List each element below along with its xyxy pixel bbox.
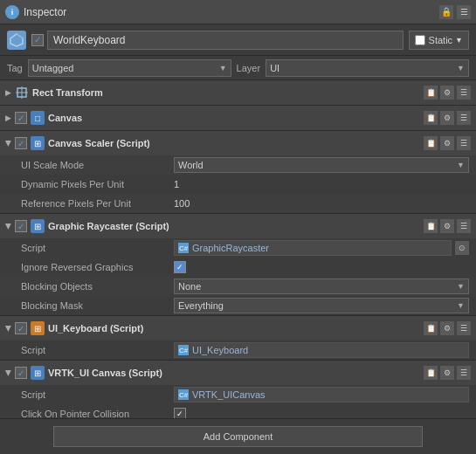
canvas-ref-btn[interactable]: 📋 — [424, 111, 438, 125]
static-button[interactable]: Static ▼ — [409, 31, 469, 50]
ui-keyboard-script-icon: C# — [178, 345, 189, 355]
vrtk-menu-btn[interactable]: ☰ — [457, 366, 471, 380]
rect-transform-menu-btn[interactable]: ☰ — [457, 86, 471, 100]
vrtk-settings-btn[interactable]: ⚙ — [440, 366, 454, 380]
graphic-raycaster-expand: ▶ — [4, 224, 13, 230]
graphic-raycaster-icon: ⊞ — [31, 219, 45, 233]
reference-pixels-value: 100 — [174, 198, 469, 209]
ui-keyboard-script-label: Script — [21, 345, 174, 355]
ignore-reversed-checkbox[interactable] — [174, 261, 186, 273]
ui-keyboard-settings-btn[interactable]: ⚙ — [440, 321, 454, 335]
ui-scale-mode-dropdown[interactable]: World ▼ — [174, 157, 469, 173]
object-3d-icon — [7, 31, 26, 50]
graphic-raycaster-title: Graphic Raycaster (Script) — [48, 221, 424, 231]
vrtk-expand: ▶ — [4, 370, 13, 376]
canvas-scaler-actions: 📋 ⚙ ☰ — [424, 136, 471, 150]
canvas-component: ▶ □ Canvas 📋 ⚙ ☰ — [0, 106, 476, 131]
ui-keyboard-icon: ⊞ — [31, 321, 45, 335]
vrtk-ref-btn[interactable]: 📋 — [424, 366, 438, 380]
ui-keyboard-script-row: Script C# UI_Keyboard — [0, 340, 476, 360]
ui-scale-mode-row: UI Scale Mode World ▼ — [0, 155, 476, 175]
ui-keyboard-ref-btn[interactable]: 📋 — [424, 321, 438, 335]
vrtk-header[interactable]: ▶ ⊞ VRTK_UI Canvas (Script) 📋 ⚙ ☰ — [0, 361, 476, 385]
layer-dropdown[interactable]: UI ▼ — [266, 59, 469, 77]
vrtk-title: VRTK_UI Canvas (Script) — [48, 368, 424, 378]
rect-transform-component: ▶ Rect Transform 📋 ⚙ ☰ — [0, 80, 476, 106]
rect-transform-actions: 📋 ⚙ ☰ — [424, 86, 471, 100]
vrtk-checkbox[interactable] — [15, 367, 27, 379]
canvas-scaler-settings-btn[interactable]: ⚙ — [440, 136, 454, 150]
ui-keyboard-script-value[interactable]: C# UI_Keyboard — [174, 342, 469, 358]
blocking-objects-row: Blocking Objects None ▼ — [0, 277, 476, 296]
canvas-scaler-ref-btn[interactable]: 📋 — [424, 136, 438, 150]
vrtk-icon: ⊞ — [31, 366, 45, 380]
canvas-scaler-title: Canvas Scaler (Script) — [48, 138, 424, 148]
canvas-settings-btn[interactable]: ⚙ — [440, 111, 454, 125]
graphic-raycaster-ref-btn[interactable]: 📋 — [424, 219, 438, 233]
reference-pixels-row: Reference Pixels Per Unit 100 — [0, 194, 476, 213]
ui-keyboard-checkbox[interactable] — [15, 322, 27, 334]
ui-scale-mode-arrow: ▼ — [457, 161, 465, 169]
object-header: Static ▼ — [0, 24, 476, 56]
add-component-button[interactable]: Add Component — [53, 426, 423, 447]
vrtk-script-value[interactable]: C# VRTK_UICanvas — [174, 387, 469, 402]
dynamic-pixels-label: Dynamic Pixels Per Unit — [21, 179, 174, 189]
graphic-raycaster-settings-btn[interactable]: ⚙ — [440, 219, 454, 233]
blocking-mask-row: Blocking Mask Everything ▼ — [0, 296, 476, 315]
tag-dropdown-arrow: ▼ — [219, 64, 227, 72]
ui-keyboard-menu-btn[interactable]: ☰ — [457, 321, 471, 335]
inspector-window: i Inspector 🔒 ☰ Static ▼ Tag Untagged ▼ … — [0, 0, 476, 454]
title-bar-label: Inspector — [24, 6, 66, 18]
canvas-scaler-checkbox[interactable] — [15, 137, 27, 149]
title-bar: i Inspector 🔒 ☰ — [0, 0, 476, 24]
graphic-raycaster-script-row: Script C# GraphicRaycaster ⊙ — [0, 238, 476, 258]
canvas-scaler-component: ▶ ⊞ Canvas Scaler (Script) 📋 ⚙ ☰ UI Scal… — [0, 131, 476, 214]
graphic-raycaster-script-value[interactable]: C# GraphicRaycaster — [174, 240, 452, 256]
graphic-raycaster-script-label: Script — [21, 243, 174, 253]
graphic-raycaster-component: ▶ ⊞ Graphic Raycaster (Script) 📋 ⚙ ☰ Scr… — [0, 214, 476, 316]
vrtk-actions: 📋 ⚙ ☰ — [424, 366, 471, 380]
reference-pixels-label: Reference Pixels Per Unit — [21, 198, 174, 209]
graphic-raycaster-menu-btn[interactable]: ☰ — [457, 219, 471, 233]
canvas-scaler-header[interactable]: ▶ ⊞ Canvas Scaler (Script) 📋 ⚙ ☰ — [0, 131, 476, 155]
vrtk-script-label: Script — [21, 389, 174, 400]
canvas-menu-btn[interactable]: ☰ — [457, 111, 471, 125]
canvas-icon: □ — [31, 111, 45, 125]
layer-dropdown-arrow: ▼ — [457, 64, 465, 72]
canvas-actions: 📋 ⚙ ☰ — [424, 111, 471, 125]
add-component-bar: Add Component — [0, 418, 476, 454]
ui-keyboard-title: UI_Keyboard (Script) — [48, 323, 424, 334]
lock-button[interactable]: 🔒 — [439, 5, 453, 19]
canvas-active-checkbox[interactable] — [15, 112, 27, 124]
ignore-reversed-row: Ignore Reversed Graphics — [0, 258, 476, 277]
rect-transform-header[interactable]: ▶ Rect Transform 📋 ⚙ ☰ — [0, 80, 476, 105]
static-checkbox[interactable] — [415, 35, 425, 45]
layer-label: Layer — [237, 63, 261, 73]
blocking-objects-dropdown[interactable]: None ▼ — [174, 279, 469, 294]
object-name-input[interactable] — [47, 31, 404, 50]
vrtk-script-icon: C# — [178, 389, 189, 400]
tag-label: Tag — [7, 63, 23, 73]
blocking-mask-dropdown[interactable]: Everything ▼ — [174, 298, 469, 313]
blocking-objects-label: Blocking Objects — [21, 281, 174, 292]
canvas-header[interactable]: ▶ □ Canvas 📋 ⚙ ☰ — [0, 106, 476, 130]
graphic-raycaster-header[interactable]: ▶ ⊞ Graphic Raycaster (Script) 📋 ⚙ ☰ — [0, 214, 476, 238]
graphic-raycaster-actions: 📋 ⚙ ☰ — [424, 219, 471, 233]
canvas-scaler-menu-btn[interactable]: ☰ — [457, 136, 471, 150]
menu-button[interactable]: ☰ — [457, 5, 471, 19]
inspector-icon: i — [5, 5, 19, 19]
rect-transform-settings-btn[interactable]: ⚙ — [440, 86, 454, 100]
canvas-expand: ▶ — [5, 114, 11, 122]
canvas-scaler-expand: ▶ — [4, 141, 13, 147]
tag-dropdown[interactable]: Untagged ▼ — [28, 59, 231, 77]
dynamic-pixels-value: 1 — [174, 179, 469, 189]
graphic-raycaster-checkbox[interactable] — [15, 220, 27, 232]
rect-transform-expand: ▶ — [5, 88, 11, 97]
graphic-raycaster-script-end-btn[interactable]: ⊙ — [455, 241, 469, 255]
object-active-checkbox[interactable] — [31, 34, 44, 46]
rect-transform-icon — [15, 86, 29, 100]
static-arrow-icon: ▼ — [455, 36, 463, 45]
rect-transform-ref-btn[interactable]: 📋 — [424, 86, 438, 100]
ui-keyboard-header[interactable]: ▶ ⊞ UI_Keyboard (Script) 📋 ⚙ ☰ — [0, 316, 476, 340]
canvas-scaler-icon: ⊞ — [31, 136, 45, 150]
